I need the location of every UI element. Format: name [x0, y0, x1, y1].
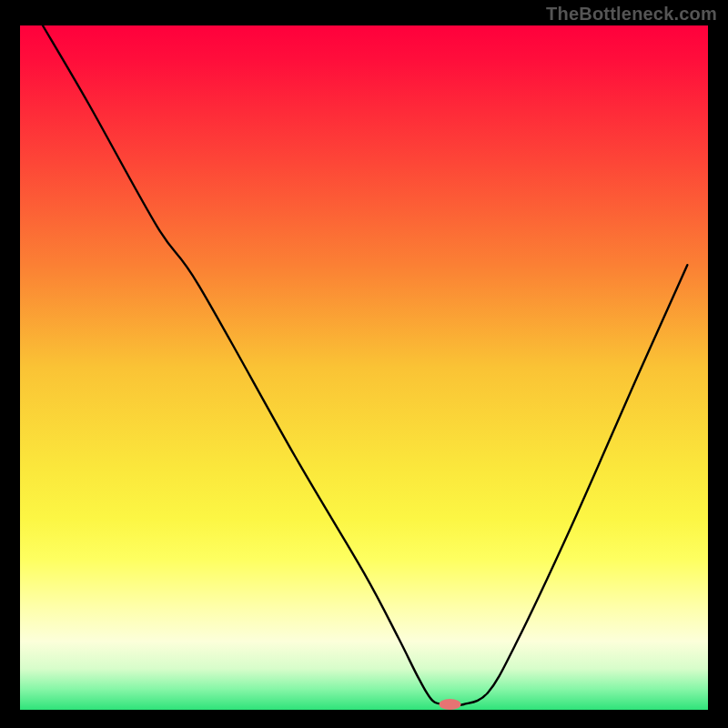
chart-frame: { "watermark": "TheBottleneck.com", "cha…	[0, 0, 728, 728]
chart-background	[20, 25, 708, 710]
bottleneck-chart	[0, 0, 728, 728]
optimal-point-marker	[440, 699, 461, 710]
